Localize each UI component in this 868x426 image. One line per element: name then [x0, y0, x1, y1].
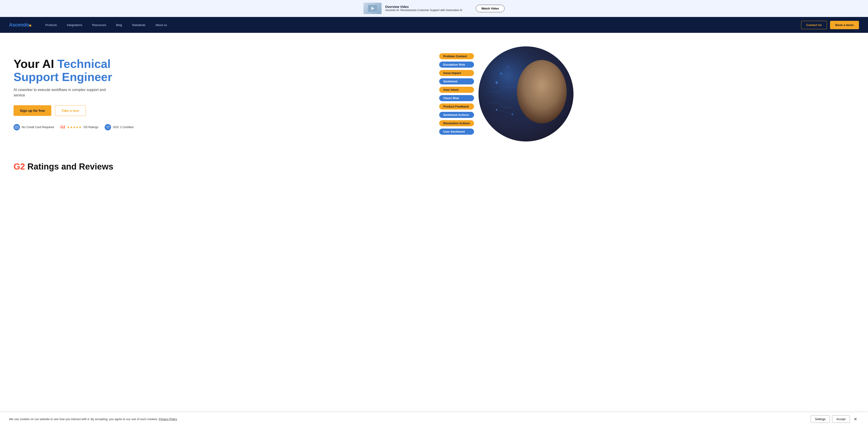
svg-point-6	[517, 60, 567, 123]
banner-title: Overview Video	[385, 5, 462, 9]
g2-section: G2 Ratings and Reviews	[0, 150, 868, 178]
ai-tag-escalation-risk: Escalation Risk	[439, 62, 474, 68]
ai-tag-churn-risk: Churn Risk	[439, 95, 474, 101]
soc2-text: AICPA SOC	[105, 125, 111, 129]
badge-no-credit-card: No Credit Card Required	[13, 124, 54, 131]
logo[interactable]: Ascendo	[9, 22, 31, 28]
g2-heading-rest: Ratings and Reviews	[25, 162, 114, 171]
soc2-label: SOC 2 Certified	[113, 125, 133, 129]
take-tour-button[interactable]: Take a tour	[55, 105, 86, 116]
ai-tag-problem-context: Problem Context	[439, 53, 474, 59]
nav-links: Products Integrations Resources Blog Sta…	[40, 17, 801, 33]
nav-item-blog[interactable]: Blog	[111, 17, 127, 33]
logo-text: Ascend	[9, 22, 26, 28]
ratings-label: 5/5 Ratings	[84, 125, 98, 129]
ai-visualization-circle	[478, 47, 574, 141]
nav-actions: Contact Us Book a demo	[801, 21, 859, 29]
ai-tag-user-intent: User Intent	[439, 87, 474, 93]
logo-accent-icon	[29, 24, 32, 27]
g2-heading: G2 Ratings and Reviews	[13, 162, 855, 172]
svg-rect-3	[15, 127, 19, 127]
top-banner: Overview Video Ascendo AI: Revolutionize…	[0, 0, 868, 17]
hero-right: Problem Context Escalation Risk Issue Im…	[158, 47, 855, 141]
watch-video-button[interactable]: Watch Video	[476, 5, 504, 12]
no-cc-label: No Credit Card Required	[22, 125, 54, 129]
ai-tag-sentiment: Sentiment	[439, 78, 474, 84]
banner-subtitle: Ascendo AI: Revolutionize Customer Suppo…	[385, 9, 462, 12]
signup-button[interactable]: Sign up for free	[13, 105, 51, 116]
ai-tag-issue-impact: Issue Impact	[439, 70, 474, 76]
logo-o: o	[26, 22, 29, 28]
ai-tag-product-feedback: Product Feedback	[439, 104, 474, 110]
g2-heading-red: G2	[13, 162, 25, 171]
banner-text-block: Overview Video Ascendo AI: Revolutionize…	[385, 5, 462, 12]
hero-section: Your AI Technical Support Engineer AI co…	[0, 33, 868, 150]
badge-g2-ratings: G2 ★★★★★ 5/5 Ratings	[60, 125, 98, 129]
hero-subtext: AI coworker to execute workflows in comp…	[13, 87, 108, 98]
hero-buttons: Sign up for free Take a tour	[13, 105, 149, 116]
ai-face-svg	[478, 47, 574, 141]
hero-heading-prefix: Your AI	[13, 57, 57, 70]
nav-item-products[interactable]: Products	[40, 17, 62, 33]
g2-logo-icon: G2	[60, 125, 65, 129]
ai-tag-sentiment-actions: Sentiment Actions	[439, 112, 474, 118]
soc2-icon: AICPA SOC	[105, 124, 111, 131]
book-demo-button[interactable]: Book a demo	[830, 21, 859, 29]
ai-tag-resolution-actions: Resolution Actions	[439, 120, 474, 126]
ai-tags-container: Problem Context Escalation Risk Issue Im…	[439, 53, 474, 135]
navbar: Ascendo Products Integrations Resources …	[0, 17, 868, 33]
banner-thumbnail	[364, 3, 381, 14]
banner-left: Overview Video Ascendo AI: Revolutionize…	[364, 3, 462, 14]
credit-card-icon	[13, 124, 20, 131]
nav-item-resources[interactable]: Resources	[87, 17, 111, 33]
stars-icon: ★★★★★	[67, 125, 82, 129]
hero-heading: Your AI Technical Support Engineer	[13, 57, 149, 83]
nav-item-about-us[interactable]: About us	[150, 17, 172, 33]
nav-item-standards[interactable]: Standards	[127, 17, 150, 33]
hero-badges: No Credit Card Required G2 ★★★★★ 5/5 Rat…	[13, 124, 149, 131]
badge-soc2: AICPA SOC SOC 2 Certified	[105, 124, 133, 131]
contact-us-button[interactable]: Contact Us	[801, 21, 827, 29]
ai-tag-user-sentiment: User Sentiment	[439, 129, 474, 135]
hero-left: Your AI Technical Support Engineer AI co…	[13, 57, 149, 130]
nav-item-integrations[interactable]: Integrations	[62, 17, 87, 33]
